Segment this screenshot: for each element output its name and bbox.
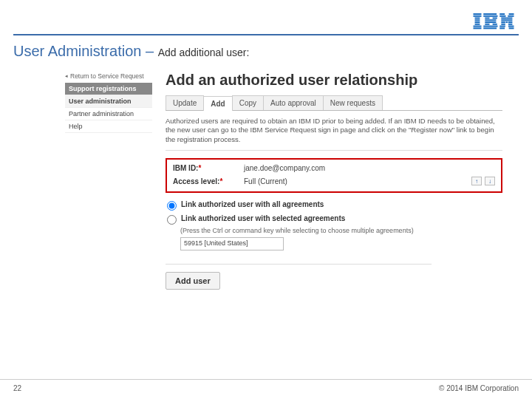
ibm-logo-icon — [473, 13, 514, 30]
tab-new-requests[interactable]: New requests — [323, 95, 383, 110]
slide-title-sub: Add additional user: — [158, 47, 250, 58]
sidebar-item-partner-admin[interactable]: Partner administration — [65, 108, 152, 120]
radio-link-all-label: Link authorized user with all agreements — [181, 200, 324, 208]
ibm-logo — [473, 13, 514, 33]
svg-rect-7 — [474, 27, 482, 29]
page-number: 22 — [13, 384, 21, 392]
slide: User Administration – Add additional use… — [0, 0, 532, 399]
svg-rect-8 — [483, 13, 497, 15]
svg-rect-3 — [475, 19, 480, 21]
svg-rect-21 — [508, 16, 514, 17]
arrow-up-icon[interactable]: ↑ — [471, 177, 482, 185]
slide-title-main: User Administration – — [13, 43, 158, 59]
svg-rect-4 — [475, 21, 480, 23]
copyright: © 2014 IBM Corporation — [439, 384, 519, 392]
svg-rect-19 — [509, 13, 514, 15]
svg-rect-2 — [475, 18, 480, 19]
svg-rect-22 — [501, 18, 507, 19]
sidebar-nav: ◂ Return to Service Request Support regi… — [65, 72, 152, 133]
required-asterisk: * — [198, 164, 201, 172]
page-heading: Add an authorized user relationship — [166, 72, 502, 88]
svg-rect-20 — [499, 16, 505, 17]
svg-rect-28 — [501, 24, 505, 25]
radio-link-all[interactable]: Link authorized user with all agreements — [167, 200, 502, 211]
sidebar-item-help[interactable]: Help — [65, 120, 152, 133]
access-level-value[interactable]: Full (Current) — [244, 177, 466, 185]
svg-rect-1 — [474, 16, 482, 17]
arrow-down-icon[interactable]: ↓ — [485, 177, 495, 185]
tab-bar: Update Add Copy Auto approval New reques… — [166, 95, 502, 111]
svg-rect-26 — [506, 21, 508, 23]
tab-copy[interactable]: Copy — [232, 95, 264, 110]
main-panel: Add an authorized user relationship Upda… — [166, 72, 502, 290]
divider — [166, 150, 502, 151]
return-link-label: Return to Service Request — [70, 72, 144, 80]
tab-update[interactable]: Update — [166, 95, 204, 110]
return-link[interactable]: ◂ Return to Service Request — [65, 72, 152, 80]
radio-link-selected[interactable]: Link authorized user with selected agree… — [167, 214, 502, 225]
ibm-id-label: IBM ID:* — [173, 164, 244, 172]
svg-rect-11 — [493, 18, 497, 19]
sidebar-item-user-admin[interactable]: User administration — [65, 95, 152, 108]
ibm-id-row: IBM ID:* jane.doe@company.com — [173, 164, 495, 172]
svg-rect-30 — [499, 26, 505, 27]
ibm-id-value[interactable]: jane.doe@company.com — [244, 164, 495, 172]
radio-link-selected-input[interactable] — [167, 215, 177, 225]
access-level-row: Access level:* Full (Current) ↑ ↓ — [173, 177, 495, 185]
form-highlight-box: IBM ID:* jane.doe@company.com Access lev… — [166, 158, 502, 193]
svg-rect-32 — [499, 27, 505, 29]
radio-selected-note: (Press the Ctrl or command key while sel… — [180, 227, 502, 234]
svg-rect-16 — [483, 26, 497, 27]
slide-content: ◂ Return to Service Request Support regi… — [65, 72, 502, 290]
radio-link-selected-label: Link authorized user with selected agree… — [181, 214, 345, 222]
svg-rect-9 — [483, 16, 497, 17]
svg-rect-10 — [485, 18, 489, 19]
radio-link-all-input[interactable] — [167, 201, 177, 211]
svg-rect-27 — [508, 21, 513, 23]
access-level-label: Access level:* — [173, 177, 244, 185]
slide-title: User Administration – Add additional use… — [13, 43, 249, 60]
svg-rect-5 — [475, 24, 480, 25]
embedded-screenshot: ◂ Return to Service Request Support regi… — [65, 72, 502, 290]
svg-rect-23 — [507, 18, 513, 19]
sidebar-header: Support registrations — [65, 83, 152, 95]
svg-rect-13 — [485, 21, 496, 23]
agreements-list-item: 59915 [United States] — [184, 239, 248, 247]
svg-rect-0 — [474, 13, 482, 15]
add-user-button[interactable]: Add user — [166, 272, 220, 290]
ibm-id-label-text: IBM ID: — [173, 164, 198, 172]
svg-rect-17 — [483, 27, 497, 29]
instruction-text: Authorized users are required to obtain … — [166, 117, 502, 144]
svg-rect-25 — [501, 21, 505, 23]
svg-rect-29 — [508, 24, 513, 25]
link-options: Link authorized user with all agreements… — [167, 200, 502, 250]
access-level-label-text: Access level: — [173, 177, 219, 185]
reorder-arrows: ↑ ↓ — [471, 177, 495, 185]
svg-rect-33 — [509, 27, 514, 29]
required-asterisk: * — [219, 177, 222, 185]
svg-rect-18 — [499, 13, 505, 15]
svg-rect-15 — [493, 24, 497, 25]
agreements-listbox[interactable]: 59915 [United States] — [180, 237, 284, 250]
svg-rect-12 — [485, 19, 496, 21]
svg-rect-6 — [474, 26, 482, 27]
divider-bottom — [166, 264, 432, 265]
header-rule — [13, 34, 519, 35]
tab-auto-approval[interactable]: Auto approval — [263, 95, 324, 110]
svg-rect-14 — [485, 24, 489, 25]
tab-add[interactable]: Add — [203, 96, 232, 111]
svg-rect-24 — [501, 19, 512, 21]
footer-rule — [0, 379, 532, 380]
svg-rect-31 — [508, 26, 514, 27]
chevron-left-icon: ◂ — [65, 73, 68, 79]
